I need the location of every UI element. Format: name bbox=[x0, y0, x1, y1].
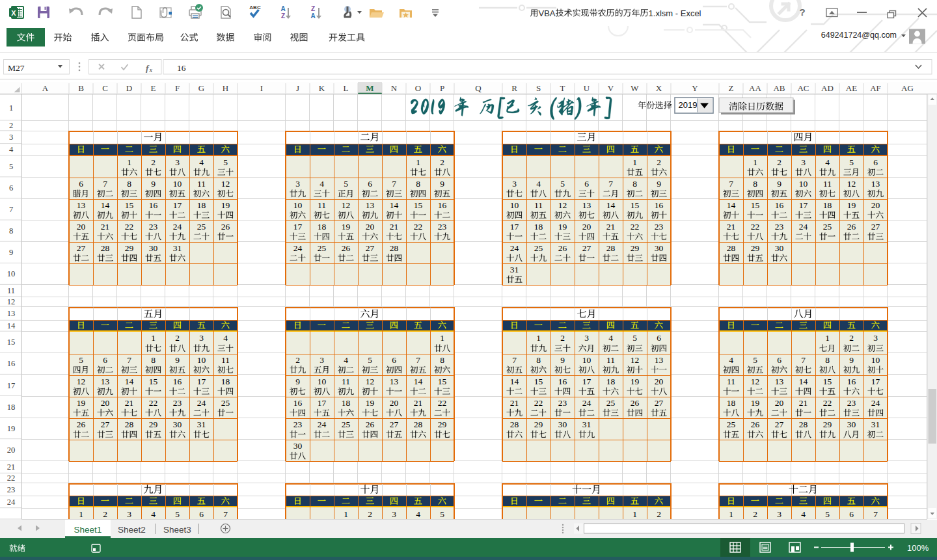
svg-text:I: I bbox=[260, 83, 263, 93]
svg-text:17: 17 bbox=[173, 200, 182, 210]
svg-text:U: U bbox=[584, 83, 590, 93]
svg-text:5: 5 bbox=[223, 157, 228, 167]
svg-text:3: 3 bbox=[295, 179, 300, 189]
svg-text:1: 1 bbox=[344, 509, 348, 519]
svg-text:17: 17 bbox=[871, 377, 880, 386]
svg-text:14: 14 bbox=[510, 377, 519, 386]
svg-text:2: 2 bbox=[295, 355, 300, 365]
svg-text:6: 6 bbox=[79, 179, 83, 189]
svg-text:23: 23 bbox=[7, 485, 16, 494]
svg-text:16: 16 bbox=[438, 200, 447, 210]
svg-text:Y: Y bbox=[692, 83, 698, 93]
svg-text:N: N bbox=[391, 83, 398, 93]
svg-text:20: 20 bbox=[871, 200, 880, 210]
svg-text:2: 2 bbox=[175, 333, 180, 343]
svg-text:D: D bbox=[126, 83, 132, 93]
svg-text:3: 3 bbox=[199, 333, 204, 343]
svg-text:15: 15 bbox=[823, 377, 832, 386]
svg-text:5: 5 bbox=[79, 355, 83, 365]
svg-text:9: 9 bbox=[777, 179, 781, 189]
svg-text:V: V bbox=[608, 83, 614, 93]
svg-text:27: 27 bbox=[655, 398, 664, 408]
svg-text:23: 23 bbox=[173, 398, 182, 408]
svg-text:18: 18 bbox=[7, 403, 16, 412]
svg-text:x: x bbox=[149, 67, 153, 73]
svg-text:27: 27 bbox=[366, 243, 375, 253]
svg-text:A: A bbox=[280, 5, 285, 12]
svg-text:3: 3 bbox=[801, 157, 806, 167]
svg-text:20: 20 bbox=[775, 398, 784, 408]
svg-text:13: 13 bbox=[775, 377, 784, 386]
svg-text:1: 1 bbox=[416, 157, 420, 167]
svg-text:4: 4 bbox=[319, 179, 324, 189]
svg-text:29: 29 bbox=[534, 420, 543, 429]
svg-text:9: 9 bbox=[175, 355, 180, 365]
svg-text:A: A bbox=[42, 83, 49, 93]
svg-text:28: 28 bbox=[799, 420, 808, 429]
svg-text:8: 8 bbox=[825, 355, 830, 365]
svg-text:14: 14 bbox=[606, 200, 616, 210]
svg-text:A: A bbox=[310, 12, 315, 20]
svg-text:22: 22 bbox=[823, 398, 832, 408]
svg-text:1: 1 bbox=[632, 509, 637, 519]
svg-text:4: 4 bbox=[151, 509, 156, 519]
svg-text:30: 30 bbox=[847, 420, 856, 429]
svg-text:9: 9 bbox=[151, 179, 156, 189]
svg-text:8: 8 bbox=[632, 179, 637, 189]
svg-text:5: 5 bbox=[753, 355, 757, 365]
svg-text:12: 12 bbox=[366, 377, 375, 386]
svg-text:1: 1 bbox=[825, 333, 830, 343]
svg-text:18: 18 bbox=[606, 377, 616, 386]
svg-text:4: 4 bbox=[729, 355, 733, 365]
svg-text:5: 5 bbox=[825, 509, 830, 519]
svg-text:21: 21 bbox=[414, 398, 423, 408]
svg-text:13: 13 bbox=[366, 200, 375, 210]
svg-text:Z: Z bbox=[729, 83, 734, 93]
svg-text:19: 19 bbox=[631, 377, 640, 386]
svg-text:15: 15 bbox=[125, 200, 134, 210]
svg-text:16: 16 bbox=[149, 200, 158, 210]
svg-text:19: 19 bbox=[558, 222, 567, 232]
svg-text:26: 26 bbox=[631, 398, 640, 408]
svg-text:L: L bbox=[344, 83, 349, 93]
svg-text:23: 23 bbox=[558, 398, 567, 408]
svg-text:AF: AF bbox=[870, 83, 881, 93]
svg-text:16: 16 bbox=[847, 377, 856, 386]
svg-text:20: 20 bbox=[655, 377, 664, 386]
svg-text:2: 2 bbox=[440, 157, 444, 167]
svg-text:15: 15 bbox=[534, 377, 543, 386]
svg-text:Q: Q bbox=[475, 83, 482, 93]
svg-text:27: 27 bbox=[775, 420, 784, 429]
svg-text:14: 14 bbox=[7, 321, 16, 330]
svg-text:26: 26 bbox=[558, 243, 567, 253]
svg-text:11: 11 bbox=[534, 200, 543, 210]
svg-text:7: 7 bbox=[392, 179, 396, 189]
svg-text:30: 30 bbox=[173, 420, 182, 429]
svg-text:30: 30 bbox=[775, 243, 784, 253]
svg-text:16: 16 bbox=[775, 200, 784, 210]
svg-text:24: 24 bbox=[173, 222, 182, 232]
svg-text:1: 1 bbox=[632, 157, 637, 167]
svg-text:2: 2 bbox=[103, 509, 107, 519]
svg-text:S: S bbox=[536, 83, 541, 93]
svg-text:1: 1 bbox=[127, 157, 131, 167]
svg-text:16: 16 bbox=[177, 63, 186, 73]
svg-text:16: 16 bbox=[7, 359, 16, 368]
svg-text:24: 24 bbox=[510, 243, 519, 253]
svg-text:21: 21 bbox=[727, 222, 736, 232]
svg-text:VBA: VBA bbox=[539, 8, 556, 18]
svg-text:8: 8 bbox=[536, 355, 541, 365]
svg-text:B: B bbox=[78, 83, 84, 93]
svg-text:6: 6 bbox=[873, 157, 878, 167]
svg-text:2: 2 bbox=[657, 157, 661, 167]
svg-text:Z: Z bbox=[311, 5, 315, 12]
svg-text:2: 2 bbox=[368, 509, 372, 519]
svg-text:26: 26 bbox=[366, 420, 375, 429]
svg-text:?: ? bbox=[799, 7, 805, 18]
svg-text:19: 19 bbox=[221, 200, 230, 210]
svg-text:22: 22 bbox=[631, 222, 640, 232]
svg-text:3: 3 bbox=[9, 133, 13, 142]
svg-text:19: 19 bbox=[77, 398, 86, 408]
svg-text:J: J bbox=[296, 83, 299, 93]
svg-text:29: 29 bbox=[823, 420, 832, 429]
